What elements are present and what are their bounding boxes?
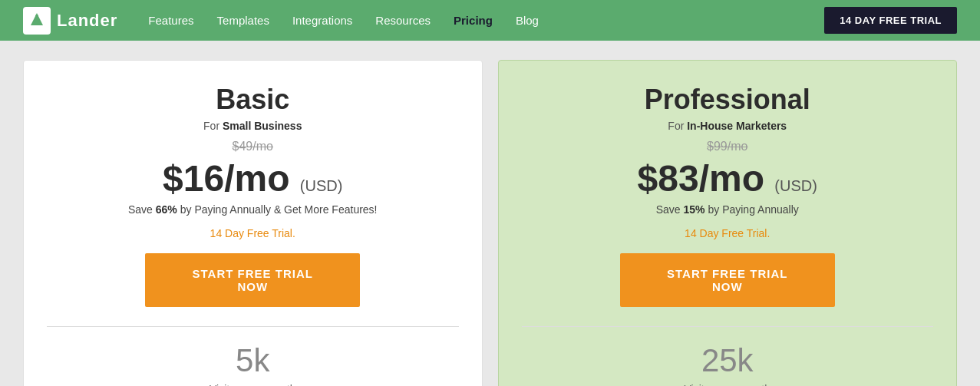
basic-price-value: $16/mo [163, 158, 289, 199]
basic-plan-subtitle: For Small Business [54, 120, 451, 132]
professional-divider [522, 326, 934, 327]
professional-save-text: Save 15% by Paying Annually [530, 203, 926, 216]
basic-save-suffix: by Paying Annually & Get More Features! [177, 203, 378, 216]
basic-plan-name: Basic [54, 84, 451, 116]
professional-save-suffix: by Paying Annually [705, 203, 799, 216]
basic-current-price: $16/mo (USD) [54, 157, 451, 200]
basic-visitors-count: 5k [54, 342, 451, 379]
basic-pricing-card: Basic For Small Business $49/mo $16/mo (… [23, 60, 483, 386]
logo[interactable]: Lander [23, 7, 117, 35]
nav-resources[interactable]: Resources [375, 14, 431, 27]
logo-text: Lander [57, 11, 117, 31]
professional-currency: (USD) [774, 177, 817, 194]
professional-subtitle-bold: In-House Marketers [687, 120, 787, 132]
pricing-section: Basic For Small Business $49/mo $16/mo (… [0, 41, 980, 386]
professional-subtitle-prefix: For [668, 120, 687, 132]
svg-point-0 [35, 15, 38, 18]
basic-visitors-label: Visitors per month [54, 383, 451, 386]
basic-subtitle-bold: Small Business [223, 120, 302, 132]
site-header: Lander Features Templates Integrations R… [0, 0, 980, 41]
professional-price-value: $83/mo [638, 158, 764, 199]
professional-save-percent: 15% [684, 203, 705, 216]
nav-templates[interactable]: Templates [217, 14, 269, 27]
professional-plan-name: Professional [530, 84, 926, 116]
basic-cta-button[interactable]: START FREE TRIAL NOW [145, 253, 360, 307]
professional-cta-button[interactable]: START FREE TRIAL NOW [620, 253, 835, 307]
basic-free-trial-link[interactable]: 14 Day Free Trial. [54, 227, 451, 239]
professional-original-price: $99/mo [530, 140, 926, 153]
header-trial-button[interactable]: 14 DAY FREE TRIAL [824, 7, 957, 34]
basic-save-percent: 66% [156, 203, 177, 216]
basic-original-price: $49/mo [54, 140, 451, 153]
professional-visitors-label: Visitors per month [530, 383, 926, 386]
nav-pricing[interactable]: Pricing [454, 14, 493, 27]
professional-free-trial-link[interactable]: 14 Day Free Trial. [530, 227, 926, 239]
professional-current-price: $83/mo (USD) [530, 157, 926, 200]
nav-integrations[interactable]: Integrations [292, 14, 352, 27]
nav-blog[interactable]: Blog [516, 14, 539, 27]
basic-currency: (USD) [300, 177, 343, 194]
nav-features[interactable]: Features [148, 14, 193, 27]
basic-save-text: Save 66% by Paying Annually & Get More F… [54, 203, 451, 216]
basic-subtitle-prefix: For [203, 120, 223, 132]
logo-icon [23, 7, 51, 35]
main-nav: Features Templates Integrations Resource… [148, 14, 824, 27]
professional-plan-subtitle: For In-House Marketers [530, 120, 926, 132]
professional-visitors-count: 25k [530, 342, 926, 379]
basic-divider [47, 326, 459, 327]
professional-pricing-card: Professional For In-House Marketers $99/… [498, 60, 958, 386]
